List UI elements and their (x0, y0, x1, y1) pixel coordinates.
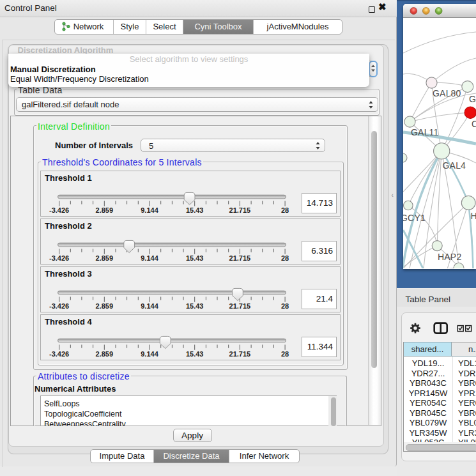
svg-text:GAL80: GAL80 (433, 88, 461, 98)
svg-text:HAP2: HAP2 (438, 252, 461, 262)
svg-text:GA: GA (469, 94, 476, 104)
svg-text:GCY1: GCY1 (403, 213, 426, 223)
svg-text:GAL4: GAL4 (443, 160, 466, 171)
svg-text:C: C (472, 119, 476, 129)
svg-text:GAL11: GAL11 (411, 127, 439, 137)
svg-text:H: H (471, 211, 476, 221)
